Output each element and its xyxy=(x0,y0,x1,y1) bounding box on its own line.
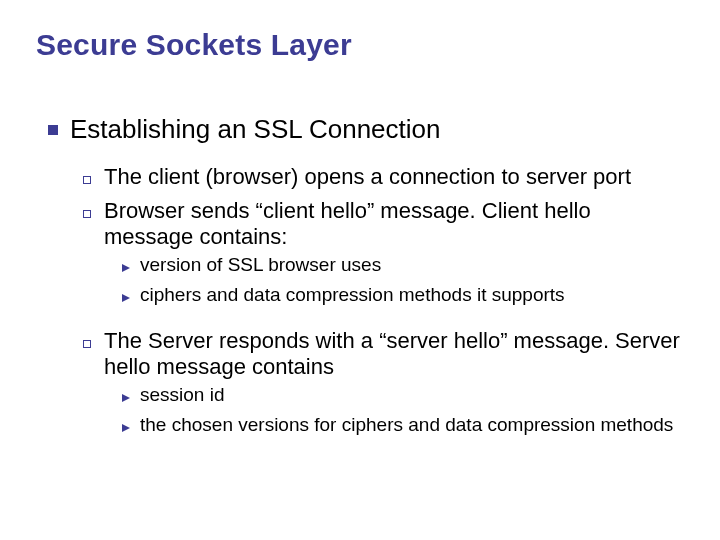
slide-title: Secure Sockets Layer xyxy=(36,28,680,62)
sub-bullet-row: version of SSL browser uses xyxy=(112,254,680,278)
bullet-row: The client (browser) opens a connection … xyxy=(70,164,680,192)
sub-bullet-row: ciphers and data compression methods it … xyxy=(112,284,680,308)
bullet-text: Browser sends “client hello” message. Cl… xyxy=(104,198,680,250)
triangle-bullet-icon xyxy=(112,414,140,438)
hollow-square-icon xyxy=(70,328,104,356)
slide: Secure Sockets Layer Establishing an SSL… xyxy=(0,0,720,540)
sub-bullet-row: session id xyxy=(112,384,680,408)
bullet-text: The client (browser) opens a connection … xyxy=(104,164,680,190)
square-bullet-icon xyxy=(36,114,70,144)
triangle-bullet-icon xyxy=(112,284,140,308)
hollow-square-icon xyxy=(70,198,104,226)
sub-bullet-text: ciphers and data compression methods it … xyxy=(140,284,680,306)
bullet-row: The Server responds with a “server hello… xyxy=(70,328,680,380)
sub-bullet-row: the chosen versions for ciphers and data… xyxy=(112,414,680,438)
hollow-square-icon xyxy=(70,164,104,192)
bullet-row: Browser sends “client hello” message. Cl… xyxy=(70,198,680,250)
section-heading: Establishing an SSL Connection xyxy=(70,114,680,144)
sub-bullet-text: session id xyxy=(140,384,680,406)
sub-bullet-text: version of SSL browser uses xyxy=(140,254,680,276)
bullet-text: The Server responds with a “server hello… xyxy=(104,328,680,380)
triangle-bullet-icon xyxy=(112,384,140,408)
section-row: Establishing an SSL Connection xyxy=(36,114,680,144)
sub-bullet-text: the chosen versions for ciphers and data… xyxy=(140,414,680,436)
triangle-bullet-icon xyxy=(112,254,140,278)
